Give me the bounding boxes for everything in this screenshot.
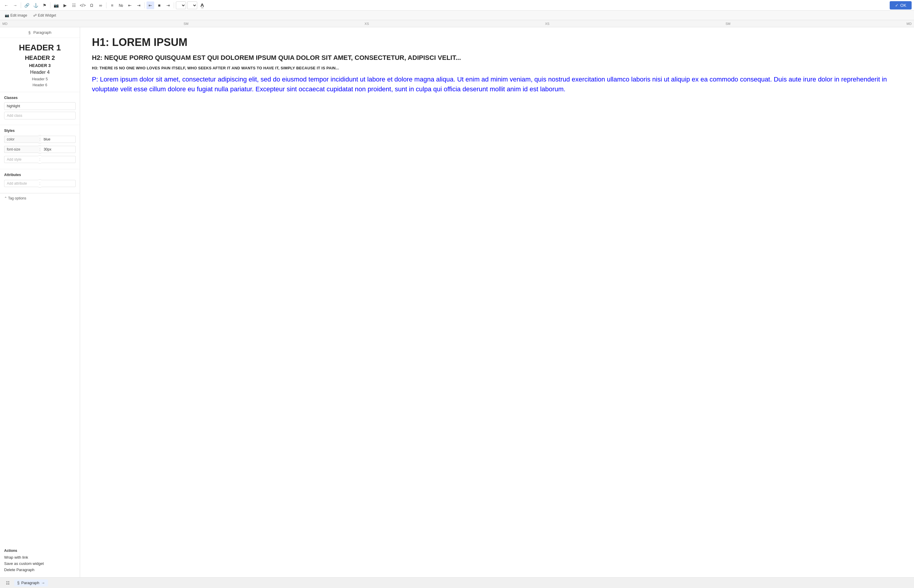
classes-section: Classes <box>0 92 80 125</box>
link-button[interactable]: 🔗 <box>23 2 31 9</box>
ruler-md-left: MD <box>2 22 7 26</box>
unordered-list-button[interactable]: ≡ <box>108 2 116 9</box>
style-row-fontsize: : <box>4 145 76 153</box>
attributes-title: Attributes <box>4 173 76 177</box>
arrow-right-icon: → <box>41 581 45 585</box>
style-val-color[interactable] <box>41 136 76 143</box>
add-style-colon: : <box>39 155 41 163</box>
sidebar-spacer <box>0 203 80 545</box>
indent-more-button[interactable]: ⇥ <box>135 2 142 9</box>
ruler-xs-left: XS <box>364 22 369 26</box>
style-key-color[interactable] <box>4 136 39 143</box>
header-preview-list: HEADER 1 HEADER 2 HEADER 3 Header 4 Head… <box>0 38 80 92</box>
font-select[interactable]: Font <box>187 2 197 9</box>
add-class-input[interactable] <box>4 112 76 120</box>
anchor-button[interactable]: ⚓ <box>32 2 39 9</box>
html-button[interactable]: </> <box>79 2 87 9</box>
style-colon-1: : <box>39 135 41 144</box>
sidebar: § Paragraph HEADER 1 HEADER 2 HEADER 3 H… <box>0 27 80 577</box>
tag-options-button[interactable]: ⌃ Tag options <box>4 196 26 200</box>
header-4-preview[interactable]: Header 4 <box>3 69 76 75</box>
video-button[interactable]: ▶ <box>61 2 69 9</box>
align-left-button[interactable]: ⇤ <box>147 2 154 9</box>
attributes-section: Attributes : <box>0 169 80 193</box>
separator-2 <box>50 2 50 8</box>
style-colon-2: : <box>39 145 41 153</box>
header-1-preview[interactable]: HEADER 1 <box>3 43 76 53</box>
separator-4 <box>144 2 145 8</box>
class-input[interactable] <box>4 102 76 110</box>
edit-image-button[interactable]: 📷 Edit image <box>2 13 30 18</box>
image-icon: 📷 <box>5 13 9 18</box>
content-area: H1: LOREM IPSUM H2: NEQUE PORRO QUISQUAM… <box>80 27 914 577</box>
content-h2: H2: NEQUE PORRO QUISQUAM EST QUI DOLOREM… <box>92 54 902 61</box>
undo-button[interactable]: ← <box>2 2 10 9</box>
paragraph-tag-label: Paragraph <box>21 581 39 585</box>
add-attribute-colon: : <box>39 179 41 187</box>
tag-icon: § <box>29 30 31 35</box>
align-center-button[interactable]: ■ <box>155 2 163 9</box>
format-select[interactable]: Normal <box>176 2 186 9</box>
classes-title: Classes <box>4 96 76 100</box>
separator-3 <box>106 2 107 8</box>
main-toolbar: ← → 🔗 ⚓ ⚑ 📷 ▶ ☷ </> Ω ∞ ≡ № ⇤ ⇥ ⇤ ■ ⇥ No… <box>0 0 914 11</box>
header-3-preview[interactable]: HEADER 3 <box>3 63 76 68</box>
styles-section: Styles : : : <box>0 125 80 169</box>
style-key-fontsize[interactable] <box>4 146 39 153</box>
style-row-color: : <box>4 135 76 144</box>
sidebar-title: § Paragraph <box>0 27 80 38</box>
content-h1: H1: LOREM IPSUM <box>92 36 902 48</box>
align-right-button[interactable]: ⇥ <box>164 2 172 9</box>
header-6-preview[interactable]: Header 6 <box>3 83 76 87</box>
delete-paragraph-action[interactable]: Delete Paragraph <box>4 567 76 572</box>
content-h3: H3: THERE IS NO ONE WHO LOVES PAIN ITSEL… <box>92 66 902 70</box>
ruler-sm-right: SM <box>725 22 730 26</box>
ruler-md-right: MD <box>907 22 912 26</box>
main-layout: § Paragraph HEADER 1 HEADER 2 HEADER 3 H… <box>0 27 914 577</box>
add-style-row: : <box>4 155 76 163</box>
secondary-toolbar: 📷 Edit image ☍ Edit Widget <box>0 11 914 20</box>
actions-section: Actions Wrap with link Save as custom wi… <box>0 545 80 577</box>
breakpoint-ruler: MD SM XS XS SM MD <box>0 20 914 27</box>
indent-less-button[interactable]: ⇤ <box>126 2 134 9</box>
content-paragraph: P: Lorem ipsum dolor sit amet, consectet… <box>92 74 902 94</box>
separator-5 <box>174 2 174 8</box>
add-style-key-input[interactable] <box>4 156 39 163</box>
save-custom-widget-action[interactable]: Save as custom widget <box>4 561 76 566</box>
font-color-button[interactable]: A̲ <box>198 2 206 9</box>
grid-toggle-button[interactable]: ☷ <box>3 579 12 587</box>
separator-1 <box>21 2 21 8</box>
widget-icon: ☍ <box>33 13 37 18</box>
image-button[interactable]: 📷 <box>52 2 60 9</box>
symbol-button[interactable]: Ω <box>88 2 95 9</box>
add-attribute-key-input[interactable] <box>4 180 39 187</box>
header-2-preview[interactable]: HEADER 2 <box>3 55 76 61</box>
add-attribute-val-input[interactable] <box>41 180 76 187</box>
edit-widget-button[interactable]: ☍ Edit Widget <box>31 13 58 18</box>
bottom-bar: ☷ § Paragraph → <box>0 577 914 588</box>
actions-title: Actions <box>4 549 76 553</box>
redo-button[interactable]: → <box>11 2 19 9</box>
style-val-fontsize[interactable] <box>41 146 76 153</box>
ok-button[interactable]: ✓ OK <box>890 1 912 10</box>
table-button[interactable]: ☷ <box>70 2 78 9</box>
bookmark-button[interactable]: ⚑ <box>40 2 49 9</box>
ruler-xs-right: XS <box>545 22 550 26</box>
ordered-list-button[interactable]: № <box>117 2 125 9</box>
tag-options-section: ⌃ Tag options <box>0 193 80 203</box>
paragraph-tag-icon: § <box>17 581 19 585</box>
add-style-val-input[interactable] <box>41 156 76 163</box>
ruler-sm-left: SM <box>184 22 189 26</box>
special-button[interactable]: ∞ <box>97 2 104 9</box>
chevron-up-icon: ⌃ <box>4 196 8 200</box>
add-attribute-row: : <box>4 179 76 187</box>
wrap-with-link-action[interactable]: Wrap with link <box>4 555 76 559</box>
paragraph-tag[interactable]: § Paragraph → <box>14 579 48 586</box>
checkmark-icon: ✓ <box>895 3 899 8</box>
styles-title: Styles <box>4 129 76 133</box>
header-5-preview[interactable]: Header 5 <box>3 77 76 81</box>
